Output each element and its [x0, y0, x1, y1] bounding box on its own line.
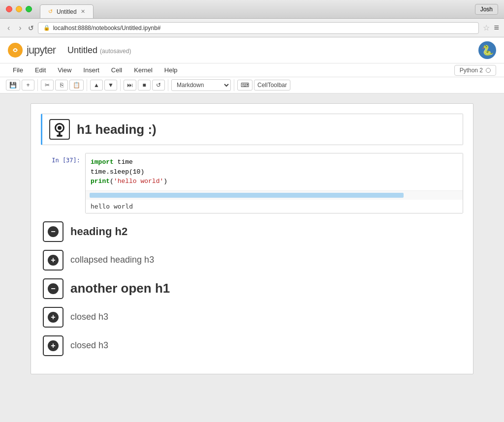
- move-up-button[interactable]: ▲: [90, 80, 103, 90]
- svg-rect-5: [57, 135, 63, 137]
- kernel-name: Python 2: [460, 67, 483, 74]
- address-bar: ‹ › ↺ 🔒 localhost:8888/notebooks/Untitle…: [0, 19, 504, 37]
- string-hello: 'hello world': [114, 178, 163, 185]
- h3-closed-1-text: closed h3: [70, 312, 108, 322]
- bookmark-button[interactable]: ☆: [483, 23, 490, 32]
- cell-prompt: In [37]:: [41, 153, 85, 213]
- toolbar-separator-3: [120, 79, 121, 91]
- code-line-2: time.sleep(10): [91, 167, 458, 177]
- cell-type-select[interactable]: Markdown Code Raw NBConvert Heading: [171, 79, 231, 91]
- menu-view[interactable]: View: [53, 63, 76, 77]
- tab-bar: ↺ Untitled ✕: [40, 0, 94, 18]
- plus-icon-3: +: [48, 340, 59, 351]
- tab-title: Untitled: [57, 8, 77, 15]
- h2-heading-text: heading h2: [70, 225, 127, 238]
- section-h3-closed-1: + closed h3: [41, 307, 463, 328]
- menu-edit[interactable]: Edit: [30, 63, 51, 77]
- restart-button[interactable]: ↺: [152, 80, 165, 90]
- minus-icon: −: [48, 226, 59, 237]
- add-cell-button[interactable]: +: [22, 80, 34, 90]
- code-line-3: print('hello world'): [91, 177, 458, 186]
- code-cell-wrapper: In [37]: import time time.sleep(10) prin…: [41, 153, 463, 213]
- browser-tab[interactable]: ↺ Untitled ✕: [40, 4, 94, 18]
- reload-button[interactable]: ↺: [28, 24, 34, 32]
- cut-button[interactable]: ✂: [41, 80, 54, 90]
- code-cell[interactable]: import time time.sleep(10) print('hello …: [85, 153, 463, 213]
- save-button[interactable]: 💾: [6, 80, 20, 90]
- menu-file[interactable]: File: [8, 63, 28, 77]
- kernel-status-indicator: [486, 68, 491, 73]
- h3-collapsed-heading-text: collapsed heading h3: [70, 255, 154, 265]
- h1-heading-text: h1 heading :): [77, 122, 157, 137]
- plus-icon: +: [48, 255, 59, 266]
- section-h3-collapsed: + collapsed heading h3: [41, 250, 463, 271]
- h3-closed-2-text: closed h3: [70, 340, 108, 351]
- section-h1-open: − another open h1: [41, 278, 463, 299]
- run-next-button[interactable]: ⏭: [124, 80, 136, 90]
- jupyter-header: jupyter Untitled (autosaved) 🐍: [0, 37, 504, 63]
- url-text: localhost:8888/notebooks/Untitled.ipynb#: [53, 25, 161, 31]
- keyboard-shortcuts-button[interactable]: ⌨: [237, 80, 252, 90]
- heading-icon: [49, 119, 70, 140]
- toolbar-separator-5: [234, 79, 234, 91]
- cell-output: hello world: [86, 200, 463, 213]
- notebook-container: h1 heading :) In [37]: import time time.…: [31, 103, 473, 374]
- traffic-lights: [6, 6, 32, 12]
- svg-point-0: [10, 45, 20, 55]
- h1-another-heading-text: another open h1: [70, 281, 170, 296]
- copy-button[interactable]: ⎘: [55, 80, 68, 90]
- progress-bar-wrapper: [86, 190, 463, 200]
- notebook-title: Untitled (autosaved): [67, 45, 131, 56]
- kernel-status: Python 2: [454, 65, 496, 76]
- expand-h3-button[interactable]: +: [43, 250, 63, 271]
- execution-progress-bar: [90, 193, 404, 198]
- python-badge: 🐍: [478, 41, 496, 59]
- collapse-h1-button[interactable]: −: [43, 278, 63, 299]
- svg-point-3: [58, 126, 62, 130]
- menu-kernel[interactable]: Kernel: [129, 63, 158, 77]
- tab-close-button[interactable]: ✕: [81, 8, 85, 15]
- plus-icon-2: +: [48, 312, 59, 323]
- collapse-h2-button[interactable]: −: [43, 221, 63, 242]
- jupyter-wordmark: jupyter: [27, 44, 56, 57]
- url-bar[interactable]: 🔒 localhost:8888/notebooks/Untitled.ipyn…: [38, 22, 479, 34]
- section-h2: − heading h2: [41, 221, 463, 242]
- heading-cell-h1[interactable]: h1 heading :): [41, 114, 463, 145]
- menu-insert[interactable]: Insert: [78, 63, 104, 77]
- section-h3-closed-2: + closed h3: [41, 335, 463, 356]
- toolbar-separator-1: [37, 79, 38, 91]
- minimize-window-button[interactable]: [16, 6, 22, 12]
- user-profile-button[interactable]: Josh: [475, 4, 498, 15]
- toolbar-separator-4: [168, 79, 168, 91]
- cell-toolbar-button[interactable]: CellToolbar: [254, 80, 290, 90]
- close-window-button[interactable]: [6, 6, 12, 12]
- security-icon: 🔒: [43, 25, 50, 31]
- interrupt-button[interactable]: ■: [138, 80, 151, 90]
- browser-menu-button[interactable]: ≡: [494, 23, 499, 33]
- menu-bar: File Edit View Insert Cell Kernel Help P…: [0, 63, 504, 77]
- main-content: h1 heading :) In [37]: import time time.…: [0, 93, 504, 389]
- jupyter-logo-icon: [8, 43, 23, 58]
- expand-h3-closed-2-button[interactable]: +: [43, 335, 63, 356]
- forward-button[interactable]: ›: [16, 23, 24, 33]
- back-button[interactable]: ‹: [5, 23, 12, 33]
- jupyter-logo: jupyter Untitled (autosaved): [8, 43, 131, 58]
- maximize-window-button[interactable]: [26, 6, 32, 12]
- toolbar-separator-2: [87, 79, 87, 91]
- menu-help[interactable]: Help: [159, 63, 183, 77]
- expand-h3-closed-1-button[interactable]: +: [43, 307, 63, 328]
- menu-cell[interactable]: Cell: [106, 63, 127, 77]
- move-down-button[interactable]: ▼: [104, 80, 117, 90]
- code-line-1: import time: [91, 157, 458, 167]
- autosaved-label: (autosaved): [100, 48, 131, 55]
- minus-icon-2: −: [48, 283, 59, 294]
- keyword-print: print: [91, 178, 110, 185]
- keyword-import: import: [91, 158, 114, 166]
- tab-loading-icon: ↺: [48, 8, 53, 15]
- paste-button[interactable]: 📋: [69, 80, 84, 90]
- title-bar: ↺ Untitled ✕ Josh: [0, 0, 504, 19]
- code-area[interactable]: import time time.sleep(10) print('hello …: [86, 153, 463, 190]
- toolbar: 💾 + ✂ ⎘ 📋 ▲ ▼ ⏭ ■ ↺ Markdown Code Raw NB…: [0, 77, 504, 93]
